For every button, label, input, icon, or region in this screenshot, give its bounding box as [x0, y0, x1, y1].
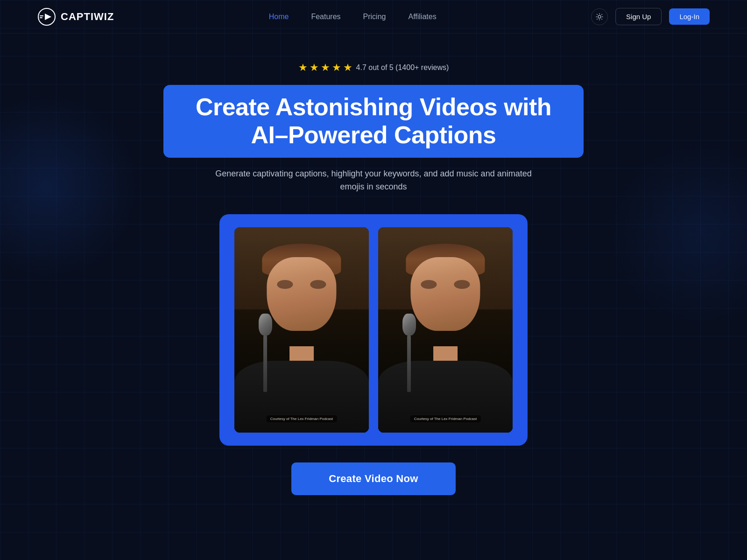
star-1: ★: [298, 62, 308, 74]
sun-icon: [595, 13, 604, 21]
svg-line-11: [597, 19, 598, 20]
svg-rect-3: [40, 17, 42, 18]
video-panel-before: Courtesy of The Lex Fridman Podcast: [234, 227, 369, 433]
rating-row: ★ ★ ★ ★ ★ 4.7 out of 5 (1400+ reviews): [298, 62, 449, 74]
star-2: ★: [310, 62, 319, 74]
star-4: ★: [332, 62, 341, 74]
main-content: ★ ★ ★ ★ ★ 4.7 out of 5 (1400+ reviews) C…: [0, 34, 747, 495]
svg-rect-2: [40, 15, 43, 16]
theme-toggle-button[interactable]: [591, 8, 608, 25]
video-after-inner: Courtesy of The Lex Fridman Podcast: [378, 227, 513, 433]
navbar: CAPTIWIZ Home Features Pricing Affiliate…: [0, 0, 747, 34]
create-video-button[interactable]: Create Video Now: [291, 462, 455, 495]
star-3: ★: [321, 62, 330, 74]
logo[interactable]: CAPTIWIZ: [37, 7, 114, 26]
svg-line-10: [601, 19, 602, 20]
nav-affiliates[interactable]: Affiliates: [408, 13, 436, 21]
hero-title-wrapper: Create Astonishing Videos with AI–Powere…: [163, 85, 584, 158]
hero-title: Create Astonishing Videos with AI–Powere…: [186, 93, 561, 149]
star-rating: ★ ★ ★ ★ ★: [298, 62, 352, 74]
video-caption-left: Courtesy of The Lex Fridman Podcast: [267, 415, 337, 422]
nav-features[interactable]: Features: [311, 13, 340, 21]
svg-point-4: [598, 15, 601, 18]
nav-actions: Sign Up Log-In: [591, 8, 710, 25]
nav-pricing[interactable]: Pricing: [363, 13, 386, 21]
svg-line-9: [597, 14, 598, 15]
svg-line-12: [601, 14, 602, 15]
logo-icon: [37, 7, 56, 26]
login-button[interactable]: Log-In: [669, 8, 710, 25]
star-5: ★: [343, 62, 352, 74]
signup-button[interactable]: Sign Up: [615, 8, 662, 25]
hero-subtitle: Generate captivating captions, highlight…: [210, 167, 537, 194]
video-before-inner: Courtesy of The Lex Fridman Podcast: [234, 227, 369, 433]
svg-marker-1: [45, 14, 51, 20]
video-comparison: Courtesy of The Lex Fridman Podcast: [219, 214, 528, 446]
nav-links: Home Features Pricing Affiliates: [269, 13, 437, 21]
video-panel-after: Courtesy of The Lex Fridman Podcast: [378, 227, 513, 433]
video-caption-right: Courtesy of The Lex Fridman Podcast: [410, 415, 481, 422]
nav-home[interactable]: Home: [269, 13, 289, 21]
logo-text: CAPTIWIZ: [61, 11, 114, 23]
rating-text: 4.7 out of 5 (1400+ reviews): [356, 63, 449, 72]
